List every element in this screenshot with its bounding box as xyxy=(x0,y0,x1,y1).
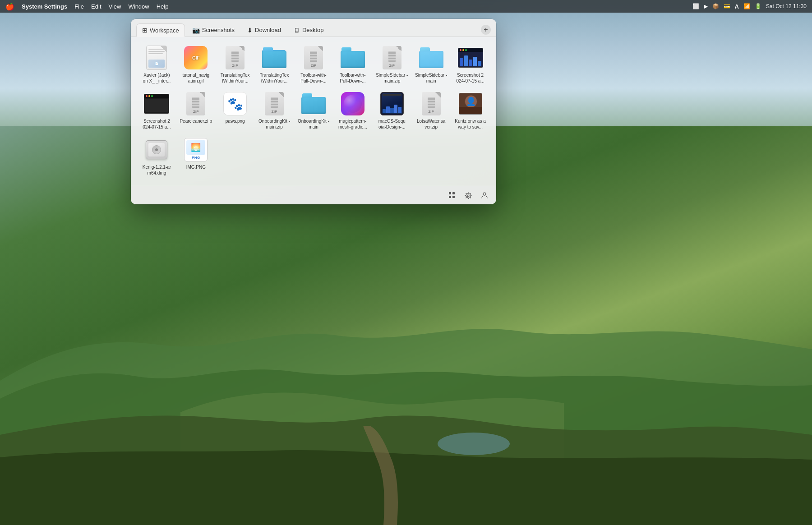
menu-window[interactable]: Window xyxy=(128,3,149,10)
file-name-pearcleaner: Pearcleaner.zi p xyxy=(180,118,212,124)
file-item-onboarding-zip[interactable]: ZIP OnboardingKit -main.zip xyxy=(256,88,293,133)
file-item-img-png[interactable]: 🌅 PNG IMG.PNG xyxy=(177,134,215,179)
svg-rect-3 xyxy=(449,196,451,198)
file-icon-simplesidebar-folder xyxy=(419,45,444,70)
wifi-icon: 📶 xyxy=(743,3,750,9)
tab-bar: ⊞ Workspace 📷 Screenshots ⬇ Download 🖥 D… xyxy=(131,19,496,37)
apple-menu[interactable]: 🍎 xyxy=(5,2,14,11)
desktop-tab-label: Desktop xyxy=(302,27,324,33)
file-icon-translating-zip: ZIP xyxy=(222,45,248,70)
hills-svg xyxy=(0,254,812,525)
menu-edit[interactable]: Edit xyxy=(91,3,101,10)
file-icon-magicpattern xyxy=(340,91,365,116)
file-name-onboarding-zip: OnboardingKit -main.zip xyxy=(258,118,291,130)
file-icon-onboarding-folder xyxy=(301,91,326,116)
status-icon-pkg: 📦 xyxy=(712,3,719,9)
file-item-simplesidebar-zip[interactable]: ZIP SimpleSidebar -main.zip xyxy=(373,42,411,87)
finder-window: ⊞ Workspace 📷 Screenshots ⬇ Download 🖥 D… xyxy=(131,19,496,204)
file-name-simplesidebar-zip: SimpleSidebar -main.zip xyxy=(376,72,408,84)
file-name-magicpattern: magicpattern- mesh-gradie... xyxy=(337,118,369,130)
svg-point-6 xyxy=(483,193,486,195)
file-icon-toolbar-zip: ZIP xyxy=(301,45,326,70)
file-item-pearcleaner-zip[interactable]: ZIP Pearcleaner.zi p xyxy=(177,88,215,133)
file-name-kuntz-photo: Kuntz onw as a way to sav... xyxy=(454,118,487,130)
bottom-toolbar xyxy=(131,186,496,204)
menu-file[interactable]: File xyxy=(74,3,84,10)
file-name-tutorial-gif: tutorial_navig ation.gif xyxy=(180,72,212,84)
file-name-onboarding-folder: OnboardingKit -main xyxy=(297,118,330,130)
file-icon-xavier: 📄 xyxy=(144,45,169,70)
app-name[interactable]: System Settings xyxy=(22,3,67,10)
file-name-macos-sequoia: macOS-Sequ oia-Design-... xyxy=(376,118,408,130)
file-item-kerlig-dmg[interactable]: Kerlig-1.2.1-ar m64.dmg xyxy=(138,134,175,179)
workspace-tab-label: Workspace xyxy=(150,27,179,34)
file-item-toolbar-zip[interactable]: ZIP Toolbar-with- Pull-Down-... xyxy=(295,42,332,87)
file-name-xavier: Xavier (Jack) on X_ _inter... xyxy=(140,72,173,84)
file-item-macos-sequoia[interactable]: macOS-Sequ oia-Design-... xyxy=(373,88,411,133)
menu-help[interactable]: Help xyxy=(157,3,169,10)
file-icon-onboarding-zip: ZIP xyxy=(262,91,287,116)
tab-desktop[interactable]: 🖥 Desktop xyxy=(288,24,329,37)
status-icon-wallet: 💳 xyxy=(724,3,730,9)
download-tab-icon: ⬇ xyxy=(247,27,253,34)
file-item-kuntz-photo[interactable]: 👤 Kuntz onw as a way to sav... xyxy=(452,88,489,133)
workspace-tab-icon: ⊞ xyxy=(142,27,148,34)
file-icon-paws-png: 🐾 xyxy=(222,91,248,116)
file-item-screenshot1[interactable]: Screenshot 2 024-07-15 a... xyxy=(452,42,489,87)
file-item-onboarding-folder[interactable]: OnboardingKit -main xyxy=(295,88,332,133)
file-name-toolbar-zip: Toolbar-with- Pull-Down-... xyxy=(297,72,330,84)
user-button[interactable] xyxy=(478,189,491,202)
desktop-tab-icon: 🖥 xyxy=(294,27,300,34)
svg-point-0 xyxy=(438,433,510,455)
file-name-paws-png: paws.png xyxy=(226,118,245,124)
file-icon-toolbar-folder xyxy=(340,45,365,70)
tab-screenshots[interactable]: 📷 Screenshots xyxy=(187,24,240,37)
file-item-simplesidebar-folder[interactable]: SimpleSidebar -main xyxy=(412,42,450,87)
file-name-kerlig-dmg: Kerlig-1.2.1-ar m64.dmg xyxy=(140,164,173,176)
file-item-toolbar-folder[interactable]: Toolbar-with- Pull-Down-... xyxy=(334,42,371,87)
file-grid: 📄 Xavier (Jack) on X_ _inter... GIF tuto… xyxy=(131,37,496,186)
file-name-screenshot2: Screenshot 2 024-07-15 a... xyxy=(140,118,173,130)
svg-rect-2 xyxy=(452,192,455,194)
screenshots-tab-label: Screenshots xyxy=(202,27,235,33)
file-icon-tutorial-gif: GIF xyxy=(183,45,208,70)
file-item-xavier[interactable]: 📄 Xavier (Jack) on X_ _inter... xyxy=(138,42,175,87)
file-icon-simplesidebar-zip: ZIP xyxy=(379,45,405,70)
file-icon-pearcleaner-zip: ZIP xyxy=(183,91,208,116)
status-icon-font: A xyxy=(735,3,739,10)
menu-view[interactable]: View xyxy=(109,3,121,10)
grid-view-button[interactable] xyxy=(446,189,458,202)
file-icon-img-png: 🌅 PNG xyxy=(183,137,208,162)
datetime: Sat Oct 12 11:30 xyxy=(766,3,807,9)
file-name-translating-zip: TranslatingTex tWithinYour... xyxy=(219,72,251,84)
file-name-screenshot1: Screenshot 2 024-07-15 a... xyxy=(454,72,487,84)
menubar-right: ⬜ ▶ 📦 💳 A 📶 🔋 Sat Oct 12 11:30 xyxy=(692,3,807,10)
status-icon-files: ⬜ xyxy=(692,3,699,9)
file-item-magicpattern[interactable]: magicpattern- mesh-gradie... xyxy=(334,88,371,133)
tab-download[interactable]: ⬇ Download xyxy=(242,24,286,37)
file-name-toolbar-folder: Toolbar-with- Pull-Down-... xyxy=(337,72,369,84)
file-item-translating-zip[interactable]: ZIP TranslatingTex tWithinYour... xyxy=(217,42,254,87)
add-tab-button[interactable]: + xyxy=(481,25,491,35)
file-icon-translating-folder xyxy=(262,45,287,70)
download-tab-label: Download xyxy=(255,27,281,33)
file-item-paws-png[interactable]: 🐾 paws.png xyxy=(217,88,254,133)
file-name-img-png: IMG.PNG xyxy=(186,164,206,170)
settings-button[interactable] xyxy=(462,189,475,202)
file-icon-macos-sequoia xyxy=(379,91,405,116)
screenshots-tab-icon: 📷 xyxy=(192,27,200,34)
menubar: 🍎 System Settings File Edit View Window … xyxy=(0,0,812,13)
file-name-lotsawater-zip: LotsaWater.sa ver.zip xyxy=(415,118,448,130)
status-icon-media: ▶ xyxy=(704,3,708,9)
file-item-tutorial-gif[interactable]: GIF tutorial_navig ation.gif xyxy=(177,42,215,87)
file-item-translating-folder[interactable]: TranslatingTex tWithinYour... xyxy=(256,42,293,87)
file-icon-screenshot2 xyxy=(144,91,169,116)
tab-workspace[interactable]: ⊞ Workspace xyxy=(136,23,185,37)
file-item-lotsawater-zip[interactable]: ZIP LotsaWater.sa ver.zip xyxy=(412,88,450,133)
file-icon-kerlig-dmg xyxy=(144,137,169,162)
menubar-left: 🍎 System Settings File Edit View Window … xyxy=(5,2,168,11)
file-icon-lotsawater-zip: ZIP xyxy=(419,91,444,116)
file-item-screenshot2[interactable]: Screenshot 2 024-07-15 a... xyxy=(138,88,175,133)
file-name-simplesidebar-folder: SimpleSidebar -main xyxy=(415,72,448,84)
svg-rect-1 xyxy=(449,192,451,194)
